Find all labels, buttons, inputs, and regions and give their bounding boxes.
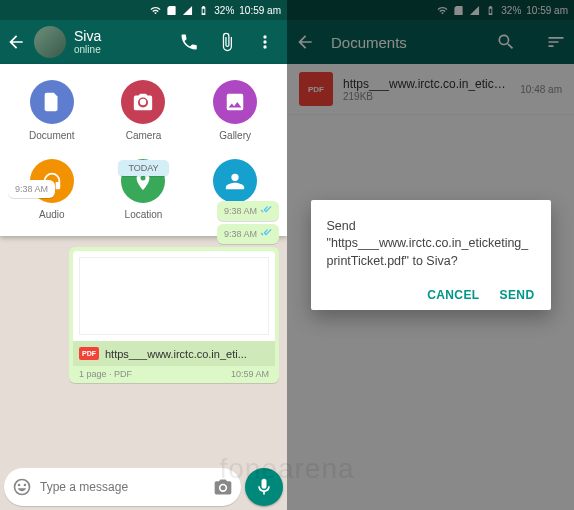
camera-compose-icon[interactable] (213, 477, 233, 497)
compose-bar (4, 468, 283, 506)
attach-camera[interactable]: Camera (100, 80, 188, 141)
status-bar: 32% 10:59 am (0, 0, 287, 20)
pdf-badge-icon: PDF (79, 347, 99, 360)
contact-avatar[interactable] (34, 26, 66, 58)
attach-document[interactable]: Document (8, 80, 96, 141)
dialog-message: Send "https___www.irctc.co.in_eticketing… (327, 218, 535, 271)
outgoing-message[interactable]: 9:38 AM (8, 201, 279, 221)
voice-record-button[interactable] (245, 468, 283, 506)
outgoing-document-message[interactable]: PDF https___www.irctc.co.in_eti... 1 pag… (8, 247, 279, 383)
attach-gallery-label: Gallery (219, 130, 251, 141)
document-time: 10:59 AM (231, 369, 269, 379)
camera-icon (132, 91, 154, 113)
call-icon[interactable] (179, 32, 199, 52)
battery-icon (198, 5, 209, 16)
dialog-scrim: Send "https___www.irctc.co.in_eticketing… (287, 0, 574, 510)
document-thumbnail (73, 251, 275, 341)
gallery-icon (224, 91, 246, 113)
clock-text: 10:59 am (239, 5, 281, 16)
send-confirmation-dialog: Send "https___www.irctc.co.in_eticketing… (311, 200, 551, 311)
left-screenshot: 32% 10:59 am Siva online Document Camera… (0, 0, 287, 510)
outgoing-message[interactable]: 9:38 AM (8, 224, 279, 244)
cancel-button[interactable]: CANCEL (427, 288, 479, 302)
contact-header-text[interactable]: Siva online (74, 29, 171, 55)
mic-icon (254, 477, 274, 497)
right-screenshot: 32% 10:59 am Documents PDF https___www.i… (287, 0, 574, 510)
read-ticks-icon (260, 228, 272, 240)
incoming-message[interactable]: 9:38 AM (8, 180, 279, 198)
message-input[interactable] (40, 480, 205, 494)
attach-camera-label: Camera (126, 130, 162, 141)
contact-status: online (74, 44, 171, 55)
send-button[interactable]: SEND (500, 288, 535, 302)
msg-time: 9:38 AM (224, 229, 257, 239)
chat-header: Siva online (0, 20, 287, 64)
contact-name: Siva (74, 29, 171, 44)
read-ticks-icon (260, 205, 272, 217)
attach-icon[interactable] (217, 32, 237, 52)
sim-icon (166, 5, 177, 16)
attach-gallery[interactable]: Gallery (191, 80, 279, 141)
wifi-icon (150, 5, 161, 16)
signal-icon (182, 5, 193, 16)
document-meta: 1 page · PDF (79, 369, 132, 379)
overflow-icon[interactable] (255, 32, 275, 52)
battery-text: 32% (214, 5, 234, 16)
emoji-icon[interactable] (12, 477, 32, 497)
document-filename: https___www.irctc.co.in_eti... (105, 348, 247, 360)
svg-point-0 (140, 99, 146, 105)
document-icon (41, 91, 63, 113)
back-arrow-icon[interactable] (6, 32, 26, 52)
msg-time: 9:38 AM (224, 206, 257, 216)
date-separator: TODAY (118, 160, 168, 176)
attach-document-label: Document (29, 130, 75, 141)
msg-time: 9:38 AM (15, 184, 48, 194)
chat-messages: TODAY 9:38 AM 9:38 AM 9:38 AM PDF https_… (0, 150, 287, 510)
compose-box[interactable] (4, 468, 241, 506)
